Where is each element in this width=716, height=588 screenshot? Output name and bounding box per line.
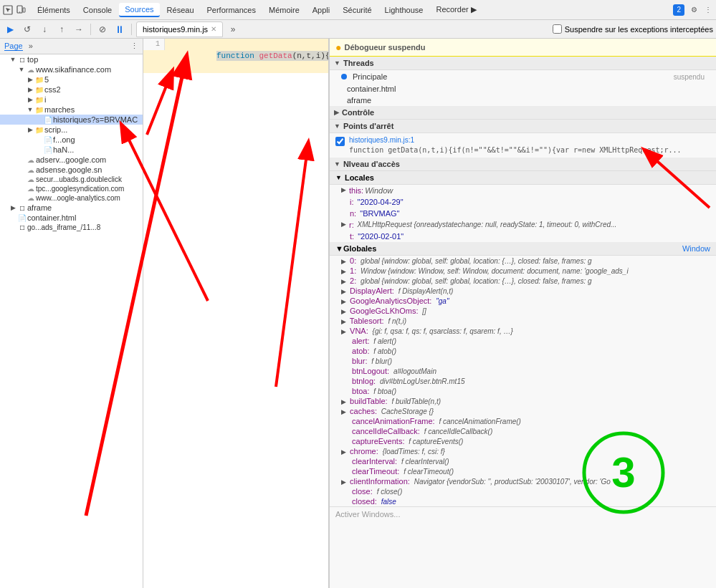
breakpoint-text-1: historiques9.min.js:1 function getData(n…	[349, 135, 682, 155]
thread-aframe[interactable]: aframe	[330, 95, 716, 106]
scope-r-key: r:	[349, 221, 354, 229]
global-caches-val: CacheStorage {}	[379, 408, 434, 415]
scope-r[interactable]: ▶ r: XMLHttpRequest {onreadystatechange:…	[330, 219, 716, 231]
sidebar-tab-page[interactable]: Page	[4, 42, 23, 51]
global-displayalert-arrow[interactable]: ▶	[341, 288, 346, 295]
menu-securite[interactable]: Sécurité	[337, 4, 377, 16]
menu-reseau[interactable]: Réseau	[161, 4, 200, 16]
scope-this-arrow[interactable]: ▶	[341, 186, 346, 193]
source-tab-historiques[interactable]: historiques9.min.js ✕	[136, 21, 223, 37]
tree-item-aframe[interactable]: ▶ □ aframe	[0, 203, 143, 213]
global-vna[interactable]: ▶ VNA: {gi: f, qsa: f, qs: f, qsarclass:…	[330, 326, 716, 336]
menu-elements[interactable]: Éléments	[32, 4, 76, 16]
global-0-arrow[interactable]: ▶	[341, 258, 346, 265]
global-chrome[interactable]: ▶ chrome: {loadTimes: f, csi: f}	[330, 446, 716, 456]
suspended-text: Débogueur suspendu	[344, 43, 425, 52]
tree-item-historiques[interactable]: 📄 historiques?s=BRVMAC	[0, 115, 143, 125]
more-tabs-btn[interactable]: »	[226, 22, 240, 37]
sidebar-tab-more[interactable]: »	[29, 42, 33, 51]
menu-sources[interactable]: Sources	[119, 3, 159, 17]
device-icon[interactable]	[16, 5, 26, 15]
sidebar-menu-icon[interactable]: ⋮	[130, 42, 138, 51]
tree-item-sikafinance[interactable]: ▼ ☁ www.sikafinance.com	[0, 64, 143, 74]
tree-item-scripts[interactable]: ▶ 📁 scrip...	[0, 125, 143, 135]
tree-item-i[interactable]: ▶ 📁 i	[0, 95, 143, 105]
thread-principale[interactable]: Principale suspendu	[330, 70, 716, 83]
line-number-1: 1	[143, 39, 165, 50]
menu-recorder[interactable]: Recorder ▶	[430, 3, 482, 16]
global-btnlogout: btnLogout: a#logoutMain	[330, 366, 716, 376]
step-into-btn[interactable]: ↓	[37, 22, 52, 37]
tree-item-top[interactable]: ▼ □ top	[0, 54, 143, 64]
tree-item-adservice1[interactable]: ☁ adserv...google.com	[0, 155, 143, 165]
locales-header[interactable]: ▼ Locales	[330, 171, 716, 185]
threads-title: Threads	[343, 59, 374, 67]
tree-item-marches[interactable]: ▼ 📁 marches	[0, 105, 143, 115]
resume-btn[interactable]: ▶	[3, 22, 17, 37]
tree-item-container[interactable]: 📄 container.html	[0, 213, 143, 223]
global-clientinfo[interactable]: ▶ clientInformation: Navigator {vendorSu…	[330, 476, 716, 486]
menu-performances[interactable]: Performances	[201, 4, 262, 16]
global-tablesort[interactable]: ▶ Tablesort: f n(t,i)	[330, 316, 716, 326]
global-gcl-arrow[interactable]: ▶	[341, 308, 346, 315]
global-tablesort-arrow[interactable]: ▶	[341, 318, 346, 325]
tree-item-folder5[interactable]: ▶ 📁 5	[0, 74, 143, 85]
menu-memoire[interactable]: Mémoire	[263, 4, 305, 16]
svg-rect-2	[23, 8, 25, 12]
global-analyticsobj-key: GoogleAnalyticsObject:	[350, 297, 431, 305]
threads-header[interactable]: ▼ Threads	[330, 57, 716, 70]
pause-on-exception-btn[interactable]: ⏸	[113, 22, 127, 37]
menu-console[interactable]: Console	[77, 4, 118, 16]
scope-r-arrow[interactable]: ▶	[341, 221, 346, 228]
inspect-icon[interactable]	[3, 5, 13, 15]
more-icon[interactable]: ⋮	[703, 5, 713, 15]
suspend-exceptions-checkbox[interactable]	[553, 24, 562, 34]
global-captureevents-val: f captureEvents()	[407, 438, 464, 445]
global-clearinterval-key: clearInterval:	[352, 457, 397, 466]
tree-item-googleads[interactable]: □ go...ads_iframe_/11...8	[0, 223, 143, 232]
global-buildtable[interactable]: ▶ buildTable: f buildTable(n,t)	[330, 396, 716, 406]
global-analyticsobj-arrow[interactable]: ▶	[341, 298, 346, 305]
global-displayalert[interactable]: ▶ DisplayAlert: f DisplayAlert(n,t)	[330, 286, 716, 296]
breakpoint-checkbox-1[interactable]	[335, 137, 345, 146]
global-clientinfo-arrow[interactable]: ▶	[341, 478, 346, 486]
suspend-exceptions-label: Suspendre sur les exceptions interceptée…	[565, 25, 713, 34]
tab-close-icon[interactable]: ✕	[211, 25, 216, 33]
tree-item-han[interactable]: 📄 haN...	[0, 145, 143, 155]
tree-item-tpc[interactable]: ☁ tpc...googlesyndication.com	[0, 184, 143, 193]
thread-container[interactable]: container.html	[330, 83, 716, 95]
tree-item-analytics[interactable]: ☁ www...oogle-analytics.com	[0, 193, 143, 203]
globales-header[interactable]: ▼ Globales Window	[330, 242, 716, 256]
tree-item-flong[interactable]: 📄 f...ong	[0, 135, 143, 145]
menu-lighthouse[interactable]: Lighthouse	[379, 4, 429, 16]
breakpoint-file-1: historiques9.min.js:1	[349, 135, 682, 145]
tree-item-securead[interactable]: ☁ secur...ubads.g.doubleclick	[0, 175, 143, 184]
global-gcl[interactable]: ▶ GoogleGcLKhOms: []	[330, 306, 716, 316]
global-2-arrow[interactable]: ▶	[341, 278, 346, 285]
settings-icon[interactable]: ⚙	[689, 5, 699, 15]
global-1-arrow[interactable]: ▶	[341, 268, 346, 275]
global-analyticsobj[interactable]: ▶ GoogleAnalyticsObject: "ga"	[330, 296, 716, 306]
deactivate-breakpoints-btn[interactable]: ⊘	[95, 22, 110, 37]
notification-badge[interactable]: 2	[673, 4, 684, 16]
code-editor[interactable]: 1 function getData(n,t,i){if(n!=""...	[143, 39, 328, 588]
breakpoints-header[interactable]: ▼ Points d'arrêt	[330, 120, 716, 133]
scope-this[interactable]: ▶ this: Window	[330, 185, 716, 196]
global-0[interactable]: ▶ 0: global {window: global, self: globa…	[330, 256, 716, 266]
tree-item-adsense[interactable]: ☁ adsense.google.sn	[0, 165, 143, 175]
step-over-btn[interactable]: ↺	[20, 22, 34, 37]
global-buildtable-arrow[interactable]: ▶	[341, 398, 346, 405]
global-caches-arrow[interactable]: ▶	[341, 408, 346, 415]
scope-header[interactable]: ▼ NIveau d'accès	[330, 158, 716, 171]
global-caches[interactable]: ▶ caches: CacheStorage {}	[330, 406, 716, 416]
step-btn[interactable]: →	[72, 22, 86, 37]
controle-header[interactable]: ▶ Contrôle	[330, 106, 716, 120]
global-vna-arrow[interactable]: ▶	[341, 328, 346, 335]
global-chrome-arrow[interactable]: ▶	[341, 448, 346, 456]
menubar: Éléments Console Sources Réseau Performa…	[0, 0, 716, 20]
step-out-btn[interactable]: ↑	[54, 22, 69, 37]
menu-appli[interactable]: Appli	[307, 4, 335, 16]
global-2[interactable]: ▶ 2: global {window: global, self: globa…	[330, 276, 716, 286]
global-1[interactable]: ▶ 1: Window {window: Window, self: Windo…	[330, 266, 716, 276]
tree-item-css2[interactable]: ▶ 📁 css2	[0, 85, 143, 95]
